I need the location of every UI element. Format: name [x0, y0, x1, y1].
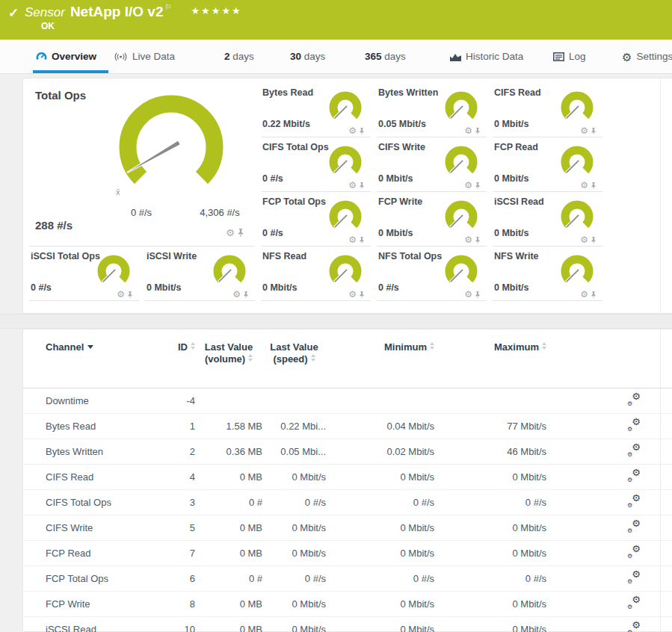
tab-log[interactable]: Log — [553, 40, 586, 73]
gauge-title: NFS Read — [262, 251, 306, 261]
last-value-speed: 0 #/s — [262, 497, 326, 508]
gauge-tile-cifs-read: CIFS Read 0 Mbit/s ⚙ — [493, 83, 602, 137]
column-header-last-value-volume[interactable]: Last Value (volume) — [195, 341, 262, 388]
channel-settings-gears-icon[interactable]: ⚙⚙ — [627, 521, 641, 533]
column-header-id[interactable]: ID — [158, 341, 195, 388]
gauge-current-value: 0 #/s — [378, 282, 399, 293]
gauge-settings-gear-icon[interactable]: ⚙ — [580, 290, 588, 299]
column-header-minimum[interactable]: Minimum — [326, 341, 434, 388]
pin-icon[interactable] — [475, 182, 481, 190]
mini-gauge-chart — [557, 255, 597, 285]
maximum-value: 0 Mbit/s — [434, 598, 546, 610]
status-ok-check-icon: ✓ — [8, 5, 19, 21]
last-value-volume: 0 MB — [195, 624, 262, 632]
channel-table-panel: Channel ID Last Value (volume) Last Valu… — [22, 329, 672, 632]
channel-id: 6 — [158, 573, 195, 584]
pin-icon[interactable] — [475, 236, 481, 244]
table-row: FCP Total Ops 6 0 # 0 #/s 0 #/s 0 #/s ⚙⚙ — [23, 566, 672, 592]
channel-id: 1 — [158, 421, 195, 432]
gauge-title: Bytes Read — [262, 87, 313, 98]
channel-settings-gears-icon[interactable]: ⚙⚙ — [627, 547, 641, 558]
channel-settings-gears-icon[interactable]: ⚙⚙ — [627, 394, 641, 406]
pin-icon[interactable] — [591, 236, 597, 244]
last-value-speed: 0.22 Mbi... — [262, 421, 326, 432]
pin-icon[interactable] — [127, 291, 133, 299]
table-row: FCP Read 7 0 MB 0 Mbit/s 0 Mbit/s 0 Mbit… — [23, 541, 672, 566]
table-row: CIFS Total Ops 3 0 # 0 #/s 0 #/s 0 #/s ⚙… — [23, 490, 672, 515]
channel-settings-gears-icon[interactable]: ⚙⚙ — [627, 445, 641, 456]
gauge-settings-gear-icon[interactable]: ⚙ — [348, 290, 357, 299]
mini-gauge-chart — [557, 200, 597, 230]
channel-settings-gears-icon[interactable]: ⚙⚙ — [627, 572, 641, 583]
maximum-value: 0 Mbit/s — [434, 548, 546, 559]
channel-settings-gears-icon[interactable]: ⚙⚙ — [627, 420, 641, 431]
pin-icon[interactable] — [243, 291, 249, 299]
gauge-settings-gear-icon[interactable]: ⚙ — [348, 126, 357, 135]
tab-overview[interactable]: Overview — [36, 40, 96, 73]
tab-30-days[interactable]: 30 days — [290, 40, 325, 73]
gauge-tile-bytes-read: Bytes Read 0.22 Mbit/s ⚙ — [261, 83, 371, 137]
channel-settings-gears-icon[interactable]: ⚙⚙ — [627, 496, 641, 507]
gauge-tile-fcp-total-ops: FCP Total Ops 0 #/s ⚙ — [261, 192, 371, 247]
gauge-title: CIFS Total Ops — [262, 142, 329, 152]
minimum-value: 0.04 Mbit/s — [326, 421, 434, 432]
pin-icon[interactable] — [359, 127, 365, 135]
pin-icon[interactable] — [475, 127, 481, 135]
channel-settings-gears-icon[interactable]: ⚙⚙ — [627, 623, 641, 632]
tab-live-data[interactable]: Live Data — [114, 40, 175, 73]
mini-gauge-chart — [325, 146, 366, 176]
tab-365-days[interactable]: 365 days — [365, 40, 406, 73]
tab-settings[interactable]: ⚙Settings — [622, 40, 672, 73]
column-header-channel[interactable]: Channel — [46, 341, 158, 388]
maximum-value: 77 Mbit/s — [434, 421, 546, 432]
gauge-settings-gear-icon[interactable]: ⚙ — [348, 235, 357, 244]
gauge-settings-gear-icon[interactable]: ⚙ — [464, 290, 472, 299]
pin-icon[interactable] — [237, 228, 244, 238]
gauge-current-value: 0 Mbit/s — [378, 173, 413, 184]
pin-icon[interactable] — [359, 182, 365, 190]
gauge-current-value: 0 Mbit/s — [494, 282, 529, 293]
gauge-settings-gear-icon[interactable]: ⚙ — [117, 290, 125, 299]
gauge-settings-gear-icon[interactable]: ⚙ — [580, 181, 588, 190]
gauge-current-value: 0 Mbit/s — [494, 228, 529, 238]
pin-icon[interactable] — [475, 291, 481, 299]
gauge-settings-gear-icon[interactable]: ⚙ — [580, 235, 588, 244]
gauge-settings-gear-icon[interactable]: ⚙ — [464, 126, 472, 135]
tab-365-days-unit: days — [384, 51, 406, 62]
gauge-title: iSCSI Read — [494, 196, 544, 207]
sort-icon — [311, 354, 315, 362]
gauge-settings-gear-icon[interactable]: ⚙ — [580, 126, 588, 135]
pin-icon[interactable] — [591, 291, 597, 299]
pin-icon[interactable] — [359, 291, 365, 299]
priority-stars[interactable]: ★★★★★ — [191, 5, 241, 16]
section-divider — [0, 314, 672, 329]
tab-2-days[interactable]: 2 days — [224, 40, 254, 73]
channel-settings-gears-icon[interactable]: ⚙⚙ — [627, 598, 641, 609]
priority-flag-icon[interactable]: ⚐ — [164, 3, 171, 11]
tab-historic-data[interactable]: Historic Data — [450, 40, 523, 73]
last-value-speed: 0 Mbit/s — [262, 522, 326, 533]
gauge-settings-gear-icon[interactable]: ⚙ — [232, 290, 241, 299]
pin-icon[interactable] — [591, 182, 597, 190]
table-row: CIFS Read 4 0 MB 0 Mbit/s 0 Mbit/s 0 Mbi… — [23, 465, 672, 490]
table-row: FCP Write 8 0 MB 0 Mbit/s 0 Mbit/s 0 Mbi… — [23, 592, 672, 617]
last-value-volume: 1.58 MB — [195, 421, 262, 432]
last-value-volume: 0.36 MB — [195, 446, 262, 457]
channel-id: 4 — [158, 471, 195, 483]
channel-id: 3 — [158, 497, 195, 508]
pin-icon[interactable] — [359, 236, 365, 244]
minimum-value: 0 #/s — [326, 497, 434, 508]
gauge-settings-gear-icon[interactable]: ⚙ — [464, 181, 472, 190]
column-header-last-value-speed[interactable]: Last Value (speed) — [262, 341, 326, 388]
gauge-tile-fcp-write: FCP Write 0 Mbit/s ⚙ — [377, 192, 487, 247]
gauge-title: Total Ops — [35, 89, 86, 102]
gauge-settings-gear-icon[interactable]: ⚙ — [348, 181, 357, 190]
sensor-header: ✓ SensorNetApp I/O v2⚐★★★★★ OK — [0, 0, 672, 40]
pin-icon[interactable] — [591, 127, 597, 135]
gauge-settings-gear-icon[interactable]: ⚙ — [226, 227, 235, 238]
sensor-status-text: OK — [41, 21, 55, 31]
channel-settings-gears-icon[interactable]: ⚙⚙ — [627, 471, 641, 482]
column-header-maximum[interactable]: Maximum — [434, 341, 546, 388]
gauge-settings-gear-icon[interactable]: ⚙ — [464, 235, 472, 244]
average-marker: x̄ — [116, 188, 120, 196]
